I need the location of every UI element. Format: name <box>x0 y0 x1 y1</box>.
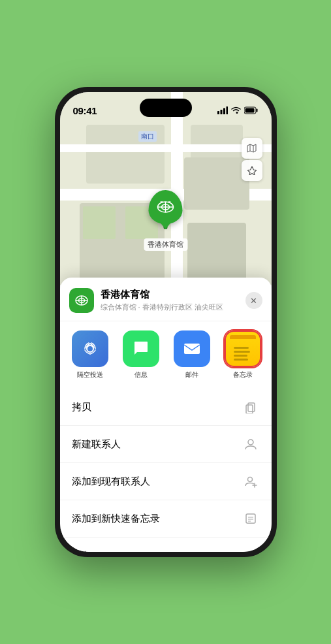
share-row: 隔空投送 信息 <box>60 321 272 386</box>
airdrop-label: 隔空投送 <box>77 370 103 379</box>
action-item-new-contact[interactable]: 新建联系人 <box>60 426 272 463</box>
marker-circle <box>149 190 183 224</box>
map-controls <box>242 138 262 181</box>
svg-rect-6 <box>245 108 254 113</box>
messages-icon <box>123 330 159 367</box>
svg-rect-11 <box>161 201 163 203</box>
action-item-print[interactable]: 打印 <box>60 538 272 552</box>
print-icon <box>242 547 260 552</box>
location-header: 香港体育馆 综合体育馆 · 香港特别行政区 油尖旺区 ✕ <box>60 278 272 321</box>
share-item-messages[interactable]: 信息 <box>118 330 165 379</box>
action-item-add-contact[interactable]: 添加到现有联系人 <box>60 463 272 500</box>
wifi-icon <box>231 106 241 114</box>
status-icons <box>217 106 259 114</box>
location-icon <box>69 288 94 313</box>
action-print-label: 打印 <box>72 550 91 553</box>
status-time: 09:41 <box>73 105 97 116</box>
share-item-more[interactable]: 提 <box>270 330 272 379</box>
mail-icon <box>174 330 210 367</box>
svg-rect-20 <box>246 405 253 413</box>
signal-icon <box>217 106 228 114</box>
share-item-mail[interactable]: 邮件 <box>168 330 215 379</box>
map-label-nankou: 南口 <box>138 131 157 142</box>
svg-rect-19 <box>248 403 255 411</box>
marker-label: 香港体育馆 <box>144 238 187 251</box>
action-new-contact-label: 新建联系人 <box>72 438 121 451</box>
notes-label: 备忘录 <box>233 370 253 379</box>
quick-note-icon <box>242 509 260 528</box>
dynamic-island <box>140 99 192 117</box>
phone-screen: 09:41 <box>60 92 272 552</box>
location-name: 香港体育馆 <box>101 289 245 301</box>
svg-rect-12 <box>168 201 171 203</box>
svg-rect-2 <box>223 108 225 115</box>
svg-rect-25 <box>246 514 255 523</box>
share-item-notes[interactable]: 备忘录 <box>219 330 266 379</box>
svg-rect-18 <box>184 344 200 354</box>
location-info: 香港体育馆 综合体育馆 · 香港特别行政区 油尖旺区 <box>101 289 245 312</box>
action-item-quick-note[interactable]: 添加到新快速备忘录 <box>60 500 272 538</box>
messages-label: 信息 <box>134 370 148 379</box>
stadium-logo <box>74 295 89 306</box>
notes-icon <box>225 330 261 367</box>
svg-point-21 <box>248 440 253 445</box>
phone-frame: 09:41 <box>55 87 277 557</box>
stadium-icon <box>157 201 175 214</box>
action-item-copy[interactable]: 拷贝 <box>60 389 272 426</box>
action-add-contact-label: 添加到现有联系人 <box>72 475 150 488</box>
svg-rect-1 <box>220 110 222 114</box>
mail-label: 邮件 <box>185 370 198 379</box>
location-button[interactable] <box>242 160 262 181</box>
map-type-button[interactable] <box>242 138 262 159</box>
close-button[interactable]: ✕ <box>245 292 262 309</box>
battery-icon <box>244 106 259 114</box>
action-list: 拷贝 新建联系人 <box>60 386 272 552</box>
action-copy-label: 拷贝 <box>72 401 91 413</box>
copy-icon <box>242 398 260 416</box>
location-subtitle: 综合体育馆 · 香港特别行政区 油尖旺区 <box>101 302 245 312</box>
svg-rect-0 <box>217 111 219 114</box>
add-contact-icon <box>242 472 260 491</box>
svg-point-17 <box>87 346 93 352</box>
new-contact-icon <box>242 435 260 453</box>
action-quick-note-label: 添加到新快速备忘录 <box>72 513 160 525</box>
share-item-airdrop[interactable]: 隔空投送 <box>67 330 114 379</box>
stadium-marker: 香港体育馆 <box>144 190 187 251</box>
svg-point-22 <box>247 477 252 482</box>
bottom-sheet: 香港体育馆 综合体育馆 · 香港特别行政区 油尖旺区 ✕ <box>60 278 272 552</box>
airdrop-icon <box>72 330 108 367</box>
svg-rect-5 <box>256 109 257 112</box>
svg-rect-3 <box>226 106 228 114</box>
